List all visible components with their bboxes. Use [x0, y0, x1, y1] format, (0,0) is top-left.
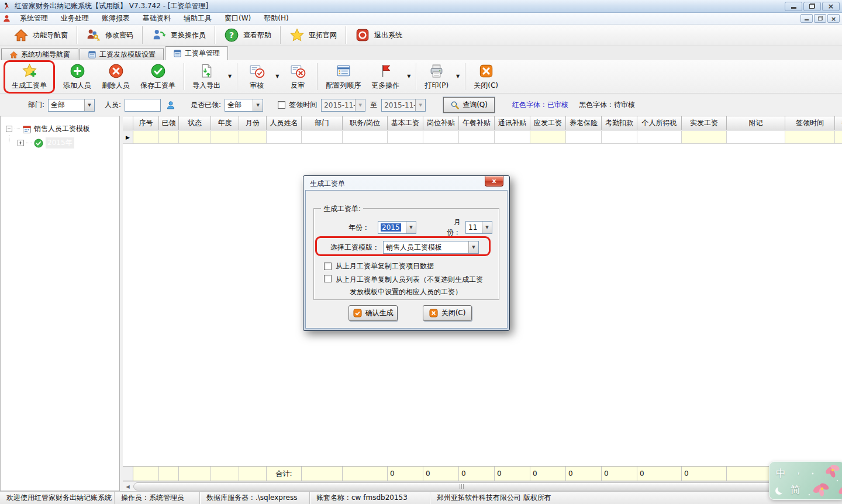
- dialog-close-action-button[interactable]: 关闭(C): [423, 305, 472, 321]
- mdi-restore-button[interactable]: [814, 14, 826, 23]
- menu-item[interactable]: 业务处理: [54, 13, 95, 23]
- tab[interactable]: 工资单管理: [165, 46, 228, 60]
- dept-select[interactable]: 全部: [48, 99, 95, 112]
- dropdown-arrow-icon[interactable]: [226, 71, 234, 80]
- dialog-close-button[interactable]: x: [485, 176, 503, 187]
- action-button[interactable]: 关闭(C): [468, 62, 503, 92]
- tree-year-label[interactable]: 2015年: [46, 137, 74, 149]
- column-header[interactable]: 午餐补贴: [459, 116, 495, 130]
- action-button[interactable]: 反审: [281, 62, 314, 92]
- horizontal-scrollbar[interactable]: [123, 481, 842, 491]
- action-button[interactable]: 删除人员: [96, 62, 135, 92]
- menu-item[interactable]: 基础资料: [136, 13, 177, 23]
- chevron-down-icon[interactable]: [84, 99, 94, 111]
- column-header[interactable]: 签领时间: [785, 116, 835, 130]
- toolbar-button[interactable]: 退出系统: [347, 26, 410, 44]
- dropdown-arrow-icon[interactable]: [454, 71, 462, 80]
- chevron-down-icon[interactable]: [406, 222, 416, 233]
- chevron-down-icon[interactable]: [355, 99, 365, 111]
- action-button[interactable]: 添加人员: [58, 62, 96, 92]
- menu-item[interactable]: 辅助工具: [177, 13, 218, 23]
- collapse-icon[interactable]: [6, 126, 12, 132]
- mdi-close-button[interactable]: [827, 14, 840, 23]
- column-header[interactable]: 年度: [211, 116, 239, 130]
- month-select[interactable]: 11: [465, 221, 492, 234]
- column-header[interactable]: 职务/岗位: [343, 116, 388, 130]
- column-header[interactable]: 基本工资: [388, 116, 423, 130]
- column-header[interactable]: 状态: [179, 116, 211, 130]
- table-cell: [602, 131, 637, 144]
- ime-punctuation-indicator[interactable]: ，: [794, 465, 803, 477]
- column-header[interactable]: 个人所得税: [637, 116, 682, 130]
- scroll-left-icon[interactable]: [123, 482, 133, 491]
- action-button[interactable]: 导入导出: [187, 62, 226, 92]
- sign-time-checkbox[interactable]: [278, 101, 285, 109]
- chevron-down-icon[interactable]: [482, 222, 492, 233]
- scrollbar-thumb[interactable]: [133, 482, 789, 491]
- received-select[interactable]: 全部: [225, 99, 263, 112]
- window-minimize-button[interactable]: [785, 2, 802, 11]
- tree-node-root[interactable]: 销售人员工资模板: [1, 122, 119, 136]
- column-header[interactable]: 养老保险: [566, 116, 602, 130]
- action-button[interactable]: 审核: [240, 62, 273, 92]
- column-header[interactable]: 附记: [727, 116, 785, 130]
- toolbar-button[interactable]: 亚拓官网: [282, 26, 344, 44]
- confirm-generate-button[interactable]: 确认生成: [348, 305, 398, 321]
- column-header[interactable]: 月份: [239, 116, 267, 130]
- person-icon[interactable]: [166, 101, 175, 110]
- column-header[interactable]: 序号: [133, 116, 159, 130]
- column-header[interactable]: 通讯补贴: [495, 116, 530, 130]
- template-select[interactable]: 销售人员工资模板: [383, 241, 479, 254]
- action-button[interactable]: 保存工资单: [135, 62, 181, 92]
- mdi-minimize-button[interactable]: [800, 14, 813, 23]
- action-button[interactable]: 配置列顺序: [320, 62, 366, 92]
- column-header[interactable]: 岗位补贴: [423, 116, 459, 130]
- chevron-down-icon[interactable]: [253, 99, 263, 111]
- menu-item[interactable]: 窗口(W): [218, 13, 257, 23]
- query-button[interactable]: 查询(Q): [443, 97, 495, 113]
- menu-item[interactable]: 系统管理: [13, 13, 54, 23]
- expand-icon[interactable]: [18, 140, 24, 146]
- dropdown-arrow-icon[interactable]: [405, 71, 413, 80]
- action-button[interactable]: 打印(P): [419, 62, 454, 92]
- ime-chinese-indicator[interactable]: 中: [776, 467, 786, 480]
- action-button-group: 更多操作: [366, 62, 413, 92]
- toolbar-button[interactable]: 更换操作员: [144, 26, 213, 44]
- tab[interactable]: 工资发放模版设置: [80, 48, 164, 60]
- column-header[interactable]: 考勤扣款: [602, 116, 637, 130]
- column-header[interactable]: 部门: [302, 116, 343, 130]
- column-header[interactable]: 人员姓名: [267, 116, 302, 130]
- mdi-window-controls: [800, 14, 842, 23]
- copy-persons-checkbox[interactable]: [324, 275, 332, 282]
- doc-tab-icon: [88, 50, 96, 59]
- chevron-down-icon[interactable]: [468, 241, 478, 253]
- close-icon: [828, 2, 834, 11]
- tree-node-year[interactable]: 2015年: [1, 136, 119, 150]
- action-button[interactable]: 生成工资单: [6, 62, 52, 92]
- ime-widget[interactable]: 中 ， 简: [769, 461, 842, 500]
- date-to-select[interactable]: 2015-11-27: [381, 99, 426, 112]
- menu-item[interactable]: 帮助(H): [257, 13, 295, 23]
- ime-simplified-indicator[interactable]: 简: [791, 483, 800, 496]
- person-input[interactable]: [125, 99, 161, 112]
- date-from-select[interactable]: 2015-11-01: [321, 99, 365, 112]
- window-close-button[interactable]: [822, 2, 840, 11]
- toolbar-button[interactable]: 功能导航窗: [6, 26, 75, 44]
- toolbar-button[interactable]: ?查看帮助: [216, 26, 279, 44]
- chevron-down-icon[interactable]: [415, 99, 425, 111]
- column-header[interactable]: 已领: [159, 116, 179, 130]
- tree-root-label[interactable]: 销售人员工资模板: [34, 124, 90, 134]
- moon-icon[interactable]: [778, 485, 785, 493]
- toolbar-button[interactable]: 修改密码: [78, 26, 141, 44]
- column-header[interactable]: 实发工资: [682, 116, 727, 130]
- window-restore-button[interactable]: [803, 2, 821, 11]
- year-select[interactable]: 2015: [378, 221, 416, 234]
- dropdown-arrow-icon[interactable]: [273, 71, 281, 80]
- column-header[interactable]: 应发工资: [530, 116, 566, 130]
- column-header[interactable]: 签领人: [835, 116, 842, 130]
- action-button[interactable]: 更多操作: [366, 62, 405, 92]
- tab[interactable]: 系统功能导航窗: [1, 48, 78, 60]
- copy-persons-label-line2: 发放模板中设置的相应人员的工资）: [350, 287, 483, 297]
- copy-items-checkbox[interactable]: [324, 263, 332, 270]
- menu-item[interactable]: 账簿报表: [95, 13, 136, 23]
